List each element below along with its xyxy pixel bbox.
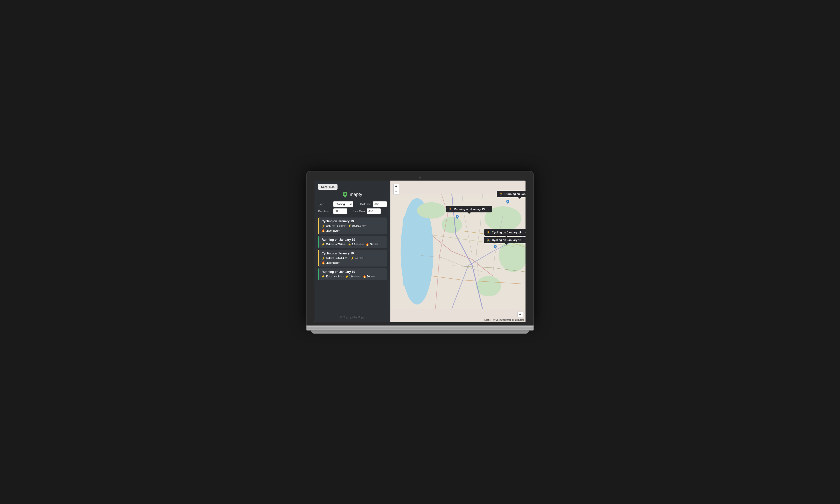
pace-icon-4: ⚡ (345, 275, 349, 278)
lightning-icon-1: ⚡ (321, 224, 325, 228)
form-row-2: Duration Elev Gain (318, 209, 387, 214)
map-popup-cycling-1: 🚴 Cycling on January 19 × (484, 229, 525, 236)
workout-item-4[interactable]: Running on January 19 ⚡ 23 KM ● 43 (318, 268, 387, 280)
stat-distance-1: ⚡ 9000 KM (321, 224, 335, 228)
lightning-icon-3: ⚡ (321, 256, 325, 260)
stat-elev-3: 🔥 undefined M (321, 261, 340, 265)
screen-bezel: Reset Map mapty Type Cycling (306, 171, 534, 325)
circle-icon-2: ● (335, 243, 337, 246)
circle-icon-3: ● (335, 256, 337, 259)
logo-area: mapty (318, 192, 387, 198)
stat-pace-2: ⚡ 1.0 MIN/KM (348, 243, 364, 246)
form-row-1: Type Cycling Running Distance (318, 201, 387, 207)
stat-pace-4: ⚡ 1.9 MIN/KM (345, 275, 361, 278)
speed-icon-1: ⚡ (348, 224, 351, 228)
form-area: Type Cycling Running Distance Duration E (318, 201, 387, 215)
stat-duration-2: ● 766 MIN (335, 243, 346, 246)
elev-icon-3: 🔥 (321, 261, 325, 265)
sidebar: Reset Map mapty Type Cycling (315, 181, 390, 322)
logo-text: mapty (350, 192, 362, 197)
camera (419, 177, 421, 179)
popup-label-running-2: Running on January 19 (505, 193, 525, 196)
workout-list: Cycling on January 19 ⚡ 9000 KM ● 54 (318, 217, 387, 313)
stat-duration-3: ● 32366 MIN (335, 256, 349, 259)
pace-icon-2: ⚡ (348, 243, 351, 246)
map-pin-2 (506, 200, 509, 204)
map-svg (390, 181, 525, 322)
laptop-bottom (311, 330, 529, 334)
popup-close-running-1[interactable]: × (488, 208, 490, 211)
workout-stats-2: ⚡ 756 KM ● 766 MIN ⚡ (321, 243, 384, 246)
svg-point-7 (417, 202, 445, 218)
stat-distance-4: ⚡ 23 KM (321, 275, 332, 278)
map-background: + − 🏃 Running on January 19 × (390, 181, 525, 322)
map-pin-3 (494, 245, 497, 249)
stat-speed-1: ⚡ 10000.0 KM/H (348, 224, 367, 228)
map-popup-cycling-2: 🚴 Cycling on January 19 × (484, 237, 525, 243)
stat-distance-3: ⚡ 333 KM (321, 256, 334, 260)
workout-item-2[interactable]: Running on January 19 ⚡ 756 KM ● 766 (318, 236, 387, 248)
circle-icon-4: ● (334, 275, 336, 278)
workout-item-1[interactable]: Cycling on January 19 ⚡ 9000 KM ● 54 (318, 217, 387, 234)
stat-duration-1: ● 54 MIN (337, 224, 346, 227)
popup-label-running-1: Running on January 19 (454, 208, 485, 211)
popup-running-icon-2: 🏃 (499, 192, 503, 196)
reset-map-button[interactable]: Reset Map (318, 184, 337, 190)
map-pin-1 (456, 215, 459, 219)
lightning-icon-4: ⚡ (321, 275, 325, 278)
workout-title-4: Running on January 19 (321, 270, 384, 274)
popup-running-icon-1: 🏃 (449, 208, 452, 211)
popup-close-cycling-1[interactable]: × (525, 231, 525, 234)
screen: Reset Map mapty Type Cycling (315, 181, 525, 322)
copyright: © Copyright by Mapty (318, 313, 387, 319)
app-container: Reset Map mapty Type Cycling (315, 181, 525, 322)
popup-label-cycling-1: Cycling on January 19 (492, 231, 522, 234)
laptop-shell: Reset Map mapty Type Cycling (306, 171, 534, 334)
elev-gain-label: Elev Gain (349, 210, 365, 213)
cadence-icon-2: 🔥 (366, 243, 369, 246)
map-attribution: Leaflet | © OpenStreetMap contributors (484, 319, 524, 321)
distance-label: Distance (355, 202, 371, 205)
popup-label-cycling-2: Cycling on January 19 (492, 238, 522, 241)
workout-title-1: Cycling on January 19 (321, 219, 384, 223)
type-label: Type (318, 202, 331, 205)
type-select[interactable]: Cycling Running (333, 201, 353, 207)
logo-icon (343, 192, 348, 198)
elev-icon-1: 🔥 (321, 229, 325, 232)
map-expand-button[interactable]: + (518, 311, 523, 317)
stat-speed-3: ⚡ 0.6 KM/H (351, 256, 364, 260)
stat-duration-4: ● 43 MIN (334, 275, 344, 278)
workout-stats-1: ⚡ 9000 KM ● 54 MIN ⚡ (321, 224, 384, 232)
laptop-base (306, 325, 534, 330)
leaflet-credit: Leaflet | © OpenStreetMap contributors (484, 319, 524, 321)
map-area[interactable]: + − 🏃 Running on January 19 × (390, 181, 525, 322)
workout-title-2: Running on January 19 (321, 238, 384, 241)
cadence-icon-4: 🔥 (363, 275, 366, 278)
svg-point-5 (476, 276, 501, 296)
zoom-controls: + − (393, 184, 399, 195)
stat-elev-1: 🔥 undefined M (321, 229, 340, 232)
workout-item-3[interactable]: Cycling on January 19 ⚡ 333 KM ● 32366 (318, 250, 387, 267)
lightning-icon-2: ⚡ (321, 243, 325, 246)
popup-close-cycling-2[interactable]: × (525, 238, 525, 242)
stat-distance-2: ⚡ 756 KM (321, 243, 334, 246)
elev-gain-input[interactable] (367, 209, 381, 214)
zoom-in-button[interactable]: + (393, 184, 399, 189)
popup-cycling-icon-1: 🚴 (487, 231, 490, 234)
popup-cycling-icon-2: 🚴 (487, 238, 490, 242)
workout-stats-4: ⚡ 23 KM ● 43 MIN ⚡ (321, 275, 384, 278)
zoom-out-button[interactable]: − (393, 189, 399, 195)
stat-cadence-4: 🔥 56 SPM (363, 275, 375, 278)
workout-stats-3: ⚡ 333 KM ● 32366 MIN ⚡ (321, 256, 384, 265)
duration-label: Duration (318, 210, 331, 213)
svg-rect-2 (403, 214, 430, 288)
map-popup-running-2: 🏃 Running on January 19 × (497, 191, 525, 197)
workout-title-3: Cycling on January 19 (321, 252, 384, 255)
duration-input[interactable] (333, 209, 347, 214)
map-popup-running-1: 🏃 Running on January 19 × (446, 206, 492, 212)
circle-icon-1: ● (337, 224, 338, 227)
stat-cadence-2: 🔥 66 SPM (366, 243, 378, 246)
distance-input[interactable] (373, 201, 387, 207)
speed-icon-3: ⚡ (351, 256, 354, 260)
